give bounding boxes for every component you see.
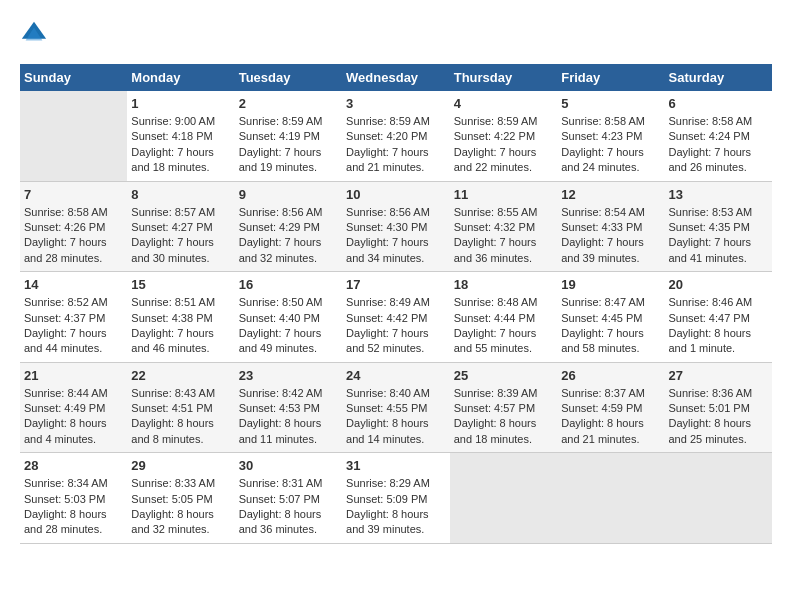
weekday-header: Thursday <box>450 64 557 91</box>
calendar-cell: 5 Sunrise: 8:58 AMSunset: 4:23 PMDayligh… <box>557 91 664 181</box>
day-info: Sunrise: 8:56 AMSunset: 4:29 PMDaylight:… <box>239 205 338 267</box>
day-number: 13 <box>668 187 768 202</box>
calendar-cell: 16 Sunrise: 8:50 AMSunset: 4:40 PMDaylig… <box>235 272 342 363</box>
calendar-cell: 8 Sunrise: 8:57 AMSunset: 4:27 PMDayligh… <box>127 181 234 272</box>
day-info: Sunrise: 8:59 AMSunset: 4:22 PMDaylight:… <box>454 114 553 176</box>
day-info: Sunrise: 8:56 AMSunset: 4:30 PMDaylight:… <box>346 205 446 267</box>
calendar-cell: 12 Sunrise: 8:54 AMSunset: 4:33 PMDaylig… <box>557 181 664 272</box>
calendar-cell: 3 Sunrise: 8:59 AMSunset: 4:20 PMDayligh… <box>342 91 450 181</box>
calendar-cell: 19 Sunrise: 8:47 AMSunset: 4:45 PMDaylig… <box>557 272 664 363</box>
day-info: Sunrise: 8:46 AMSunset: 4:47 PMDaylight:… <box>668 295 768 357</box>
weekday-header: Sunday <box>20 64 127 91</box>
day-info: Sunrise: 8:34 AMSunset: 5:03 PMDaylight:… <box>24 476 123 538</box>
day-info: Sunrise: 8:36 AMSunset: 5:01 PMDaylight:… <box>668 386 768 448</box>
day-number: 30 <box>239 458 338 473</box>
day-number: 7 <box>24 187 123 202</box>
day-info: Sunrise: 8:49 AMSunset: 4:42 PMDaylight:… <box>346 295 446 357</box>
calendar-cell: 25 Sunrise: 8:39 AMSunset: 4:57 PMDaylig… <box>450 362 557 453</box>
weekday-header: Wednesday <box>342 64 450 91</box>
day-number: 15 <box>131 277 230 292</box>
day-number: 11 <box>454 187 553 202</box>
day-info: Sunrise: 8:44 AMSunset: 4:49 PMDaylight:… <box>24 386 123 448</box>
calendar-cell: 28 Sunrise: 8:34 AMSunset: 5:03 PMDaylig… <box>20 453 127 544</box>
day-info: Sunrise: 8:53 AMSunset: 4:35 PMDaylight:… <box>668 205 768 267</box>
day-number: 10 <box>346 187 446 202</box>
calendar-cell: 9 Sunrise: 8:56 AMSunset: 4:29 PMDayligh… <box>235 181 342 272</box>
day-info: Sunrise: 8:51 AMSunset: 4:38 PMDaylight:… <box>131 295 230 357</box>
day-info: Sunrise: 8:40 AMSunset: 4:55 PMDaylight:… <box>346 386 446 448</box>
day-number: 23 <box>239 368 338 383</box>
calendar-cell: 22 Sunrise: 8:43 AMSunset: 4:51 PMDaylig… <box>127 362 234 453</box>
day-info: Sunrise: 8:31 AMSunset: 5:07 PMDaylight:… <box>239 476 338 538</box>
day-info: Sunrise: 8:37 AMSunset: 4:59 PMDaylight:… <box>561 386 660 448</box>
calendar-cell: 13 Sunrise: 8:53 AMSunset: 4:35 PMDaylig… <box>664 181 772 272</box>
calendar-cell <box>557 453 664 544</box>
calendar-cell <box>664 453 772 544</box>
day-info: Sunrise: 8:58 AMSunset: 4:24 PMDaylight:… <box>668 114 768 176</box>
calendar-cell: 20 Sunrise: 8:46 AMSunset: 4:47 PMDaylig… <box>664 272 772 363</box>
day-info: Sunrise: 8:42 AMSunset: 4:53 PMDaylight:… <box>239 386 338 448</box>
calendar-cell <box>20 91 127 181</box>
day-number: 31 <box>346 458 446 473</box>
calendar-cell: 17 Sunrise: 8:49 AMSunset: 4:42 PMDaylig… <box>342 272 450 363</box>
calendar-cell: 23 Sunrise: 8:42 AMSunset: 4:53 PMDaylig… <box>235 362 342 453</box>
day-number: 2 <box>239 96 338 111</box>
day-info: Sunrise: 8:33 AMSunset: 5:05 PMDaylight:… <box>131 476 230 538</box>
weekday-header: Monday <box>127 64 234 91</box>
weekday-header: Saturday <box>664 64 772 91</box>
day-number: 25 <box>454 368 553 383</box>
day-number: 8 <box>131 187 230 202</box>
day-number: 26 <box>561 368 660 383</box>
day-info: Sunrise: 8:58 AMSunset: 4:23 PMDaylight:… <box>561 114 660 176</box>
weekday-header: Friday <box>557 64 664 91</box>
day-number: 14 <box>24 277 123 292</box>
calendar-cell: 27 Sunrise: 8:36 AMSunset: 5:01 PMDaylig… <box>664 362 772 453</box>
calendar-cell: 15 Sunrise: 8:51 AMSunset: 4:38 PMDaylig… <box>127 272 234 363</box>
day-number: 3 <box>346 96 446 111</box>
calendar-cell: 18 Sunrise: 8:48 AMSunset: 4:44 PMDaylig… <box>450 272 557 363</box>
calendar-week-row: 14 Sunrise: 8:52 AMSunset: 4:37 PMDaylig… <box>20 272 772 363</box>
day-info: Sunrise: 8:52 AMSunset: 4:37 PMDaylight:… <box>24 295 123 357</box>
day-info: Sunrise: 8:57 AMSunset: 4:27 PMDaylight:… <box>131 205 230 267</box>
day-info: Sunrise: 8:47 AMSunset: 4:45 PMDaylight:… <box>561 295 660 357</box>
logo <box>20 20 52 48</box>
calendar-cell: 11 Sunrise: 8:55 AMSunset: 4:32 PMDaylig… <box>450 181 557 272</box>
calendar-cell: 1 Sunrise: 9:00 AMSunset: 4:18 PMDayligh… <box>127 91 234 181</box>
day-number: 24 <box>346 368 446 383</box>
day-number: 6 <box>668 96 768 111</box>
calendar-week-row: 21 Sunrise: 8:44 AMSunset: 4:49 PMDaylig… <box>20 362 772 453</box>
day-info: Sunrise: 8:59 AMSunset: 4:19 PMDaylight:… <box>239 114 338 176</box>
day-info: Sunrise: 8:55 AMSunset: 4:32 PMDaylight:… <box>454 205 553 267</box>
day-number: 22 <box>131 368 230 383</box>
day-number: 18 <box>454 277 553 292</box>
calendar-cell: 31 Sunrise: 8:29 AMSunset: 5:09 PMDaylig… <box>342 453 450 544</box>
calendar-cell: 29 Sunrise: 8:33 AMSunset: 5:05 PMDaylig… <box>127 453 234 544</box>
day-number: 1 <box>131 96 230 111</box>
logo-icon <box>20 20 48 48</box>
calendar-week-row: 1 Sunrise: 9:00 AMSunset: 4:18 PMDayligh… <box>20 91 772 181</box>
day-number: 12 <box>561 187 660 202</box>
calendar-cell: 7 Sunrise: 8:58 AMSunset: 4:26 PMDayligh… <box>20 181 127 272</box>
calendar-table: SundayMondayTuesdayWednesdayThursdayFrid… <box>20 64 772 544</box>
day-number: 4 <box>454 96 553 111</box>
day-number: 27 <box>668 368 768 383</box>
calendar-cell: 2 Sunrise: 8:59 AMSunset: 4:19 PMDayligh… <box>235 91 342 181</box>
day-number: 20 <box>668 277 768 292</box>
calendar-body: 1 Sunrise: 9:00 AMSunset: 4:18 PMDayligh… <box>20 91 772 543</box>
day-number: 16 <box>239 277 338 292</box>
day-number: 29 <box>131 458 230 473</box>
calendar-cell: 4 Sunrise: 8:59 AMSunset: 4:22 PMDayligh… <box>450 91 557 181</box>
day-number: 21 <box>24 368 123 383</box>
day-number: 5 <box>561 96 660 111</box>
day-info: Sunrise: 9:00 AMSunset: 4:18 PMDaylight:… <box>131 114 230 176</box>
calendar-week-row: 28 Sunrise: 8:34 AMSunset: 5:03 PMDaylig… <box>20 453 772 544</box>
day-number: 19 <box>561 277 660 292</box>
calendar-cell: 21 Sunrise: 8:44 AMSunset: 4:49 PMDaylig… <box>20 362 127 453</box>
weekday-row: SundayMondayTuesdayWednesdayThursdayFrid… <box>20 64 772 91</box>
day-info: Sunrise: 8:39 AMSunset: 4:57 PMDaylight:… <box>454 386 553 448</box>
day-number: 17 <box>346 277 446 292</box>
day-number: 9 <box>239 187 338 202</box>
day-info: Sunrise: 8:50 AMSunset: 4:40 PMDaylight:… <box>239 295 338 357</box>
day-info: Sunrise: 8:29 AMSunset: 5:09 PMDaylight:… <box>346 476 446 538</box>
page-header <box>20 20 772 48</box>
